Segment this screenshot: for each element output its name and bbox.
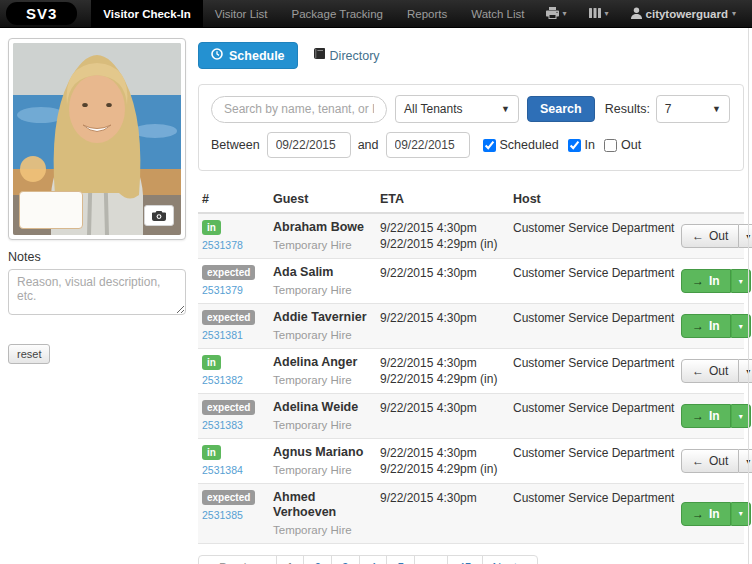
table-body: in2531378Abraham BoweTemporary Hire9/22/… xyxy=(198,214,744,544)
badge-dispenser-dropdown[interactable]: ▾ xyxy=(580,0,618,28)
visitor-id-link[interactable]: 2531385 xyxy=(202,509,269,521)
notes-textarea[interactable] xyxy=(8,269,186,315)
guest-cell: Adelina AngerTemporary Hire xyxy=(273,355,376,387)
eta-cell: 9/22/2015 4:30pm xyxy=(380,310,509,326)
nav-item-reports[interactable]: Reports xyxy=(395,0,459,27)
check-out-button[interactable]: ←Out xyxy=(681,359,739,383)
page-3[interactable]: 3 xyxy=(331,555,360,564)
page-next[interactable]: Next » xyxy=(482,555,539,564)
page-4[interactable]: 4 xyxy=(359,555,388,564)
eta-cell: 9/22/2015 4:30pm9/22/2015 4:29pm (in) xyxy=(380,445,509,477)
nav-item-package-tracking[interactable]: Package Tracking xyxy=(280,0,395,27)
page-2[interactable]: 2 xyxy=(303,555,332,564)
visitor-id-link[interactable]: 2531378 xyxy=(202,239,269,251)
book-icon xyxy=(314,48,325,63)
tenant-select[interactable]: All Tenants ▼ xyxy=(395,95,519,123)
page-45[interactable]: 45 xyxy=(447,555,482,564)
host-cell: Customer Service Department xyxy=(513,220,677,235)
checkbox-in[interactable] xyxy=(568,139,581,152)
check-in-button[interactable]: →In xyxy=(681,502,731,526)
tab-directory[interactable]: Directory xyxy=(314,48,380,63)
camera-button[interactable] xyxy=(144,205,174,226)
eta-line: 9/22/2015 4:30pm xyxy=(380,400,509,416)
select-caret-icon: ▼ xyxy=(501,104,510,114)
table-row: in2531384Agnus MarianoTemporary Hire9/22… xyxy=(198,439,744,484)
visitor-photo-card xyxy=(8,38,186,240)
table-header-guest: Guest xyxy=(273,192,376,206)
check-out-split-button: ←Out▾ xyxy=(681,449,752,473)
visitor-sidebar: Notes reset xyxy=(8,38,186,564)
navbar-right: ▾ ▾ citytowerguard ▾ xyxy=(537,0,752,27)
action-label: In xyxy=(709,319,720,333)
filter-panel: All Tenants ▼ Search Results: 7 ▼ Betwee… xyxy=(198,84,744,171)
status-cell: expected2531383 xyxy=(202,400,269,431)
visitor-id-link[interactable]: 2531384 xyxy=(202,464,269,476)
page-5[interactable]: 5 xyxy=(386,555,415,564)
visitor-id-link[interactable]: 2531382 xyxy=(202,374,269,386)
date-to-input[interactable] xyxy=(386,132,470,158)
status-badge: expected xyxy=(202,265,255,280)
page-content: Notes reset Schedule Directory xyxy=(0,28,752,564)
action-dropdown-caret[interactable]: ▾ xyxy=(739,224,752,248)
nav-item-visitor-check-in[interactable]: Visitor Check-In xyxy=(91,0,202,27)
status-cell: expected2531379 xyxy=(202,265,269,296)
arrow-left-icon: ← xyxy=(692,454,704,468)
badge-dispenser-icon xyxy=(589,7,601,21)
check-in-split-button: →In▾ xyxy=(681,314,751,338)
host-cell: Customer Service Department xyxy=(513,265,677,280)
visitor-id-link[interactable]: 2531381 xyxy=(202,329,269,341)
checkbox-scheduled[interactable] xyxy=(483,139,496,152)
nav-item-visitor-list[interactable]: Visitor List xyxy=(203,0,280,27)
guest-name: Ada Salim xyxy=(273,265,376,280)
guest-name: Abraham Bowe xyxy=(273,220,376,235)
guest-name: Agnus Mariano xyxy=(273,445,376,460)
action-cell: ←Out▾ xyxy=(681,449,752,473)
action-dropdown-caret[interactable]: ▾ xyxy=(739,359,752,383)
guest-name: Adelina Anger xyxy=(273,355,376,370)
search-input[interactable] xyxy=(211,96,387,123)
brand-logo[interactable]: SV3 xyxy=(6,2,77,25)
action-dropdown-caret[interactable]: ▾ xyxy=(739,449,752,473)
checkbox-label-in: In xyxy=(568,138,595,152)
content-right-border xyxy=(748,28,749,564)
visitor-id-link[interactable]: 2531379 xyxy=(202,284,269,296)
table-row: expected2531383Adelina WeideTemporary Hi… xyxy=(198,394,744,439)
print-menu-dropdown[interactable]: ▾ xyxy=(537,0,576,28)
check-out-split-button: ←Out▾ xyxy=(681,359,752,383)
eta-cell: 9/22/2015 4:30pm9/22/2015 4:29pm (in) xyxy=(380,220,509,252)
guest-name: Adelina Weide xyxy=(273,400,376,415)
arrow-left-icon: ← xyxy=(692,229,704,243)
check-in-button[interactable]: →In xyxy=(681,269,731,293)
eta-cell: 9/22/2015 4:30pm xyxy=(380,265,509,281)
status-filter-checkboxes: ScheduledInOut xyxy=(474,138,642,152)
checkbox-out[interactable] xyxy=(604,139,617,152)
reset-button[interactable]: reset xyxy=(8,344,50,364)
check-out-button[interactable]: ←Out xyxy=(681,224,739,248)
status-badge: in xyxy=(202,220,221,235)
clock-icon xyxy=(211,48,223,63)
nav-item-watch-list[interactable]: Watch List xyxy=(459,0,536,27)
host-cell: Customer Service Department xyxy=(513,490,677,505)
guest-name: Addie Tavernier xyxy=(273,310,376,325)
check-in-button[interactable]: →In xyxy=(681,314,731,338)
guest-cell: Adelina WeideTemporary Hire xyxy=(273,400,376,432)
host-cell: Customer Service Department xyxy=(513,445,677,460)
check-in-split-button: →In▾ xyxy=(681,269,751,293)
action-label: In xyxy=(709,409,720,423)
check-out-button[interactable]: ←Out xyxy=(681,449,739,473)
table-row: expected2531381Addie TavernierTemporary … xyxy=(198,304,744,349)
search-button[interactable]: Search xyxy=(527,96,595,122)
status-cell: expected2531385 xyxy=(202,490,269,521)
user-menu-dropdown[interactable]: citytowerguard ▾ xyxy=(622,0,745,28)
results-count-select[interactable]: 7 ▼ xyxy=(656,95,730,123)
eta-line: 9/22/2015 4:30pm xyxy=(380,220,509,236)
main-panel: Schedule Directory All Tenants ▼ Search … xyxy=(198,38,744,564)
host-cell: Customer Service Department xyxy=(513,355,677,370)
visitor-id-link[interactable]: 2531383 xyxy=(202,419,269,431)
tab-schedule[interactable]: Schedule xyxy=(198,42,298,69)
page-1: 1 xyxy=(276,555,305,564)
check-in-button[interactable]: →In xyxy=(681,404,731,428)
top-navbar: SV3 Visitor Check-InVisitor ListPackage … xyxy=(0,0,752,28)
page-ellipsis: … xyxy=(414,555,448,564)
date-from-input[interactable] xyxy=(267,132,351,158)
